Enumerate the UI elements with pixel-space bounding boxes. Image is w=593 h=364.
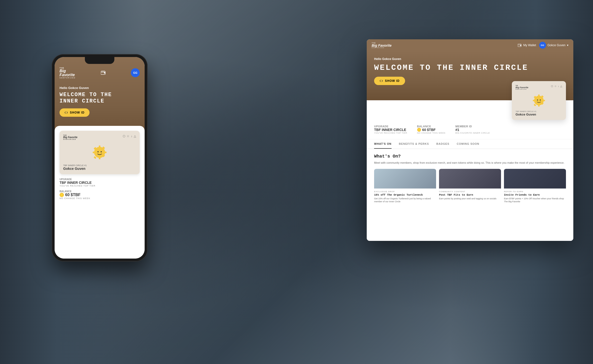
stat-upgrade-sub: YOU'VE REACHED TOP TIER (374, 132, 407, 134)
browser-card-icons: ⬡ ☆ ↓ △ (551, 85, 562, 90)
phone-screen: THE Big Favorite SANFORIZED GG (55, 57, 145, 259)
svg-rect-21 (543, 100, 545, 101)
browser-card-icon-3[interactable]: ↓ (558, 85, 559, 90)
phone-card-tier: TBF INNER CIRCLE #1 (63, 164, 136, 167)
content-card-2-title: Post TBF Fits to Earn (439, 193, 501, 196)
phone-sun-icon (90, 143, 109, 162)
browser-card-name: Gokce Guven (516, 113, 562, 116)
browser-sun-icon (530, 92, 547, 109)
svg-rect-5 (99, 157, 100, 159)
stat-upgrade-value: TBF INNER CIRCLE (374, 128, 407, 132)
tab-coming-soon[interactable]: COMING SOON (457, 139, 479, 149)
content-card-1-body: EXCLUSIVE DROP 15% off The Organic Turtl… (374, 189, 436, 205)
phone-card-icons: ⬡ ☆ ↓ △ (123, 134, 136, 138)
browser-wallet-button[interactable]: My Wallet (518, 44, 536, 47)
svg-rect-24 (534, 104, 536, 106)
phone-show-id-button[interactable]: SHOW ID (60, 108, 90, 117)
content-card-1-title: 15% off The Organic Turtleneck (374, 193, 436, 196)
phone-star-icon: ⭐ (60, 193, 64, 197)
phone-hello: Hello Gokce Guven (60, 86, 140, 90)
stat-member-sub: BIG FAVORITE INNER CIRCLE (455, 132, 490, 134)
phone-wallet-icon[interactable] (99, 69, 107, 77)
phone-hero-text: Hello Gokce Guven WELCOME TO THE INNER C… (55, 81, 145, 105)
phone-balance-label: Balance (60, 190, 140, 193)
phone-card-share-icon[interactable]: ⬡ (123, 134, 125, 138)
browser-card-logo: THE Big Favorite SANFORIZED (516, 85, 528, 90)
phone-mockup: THE Big Favorite SANFORIZED GG (52, 54, 148, 262)
content-cards-grid: EXCLUSIVE DROP 15% off The Organic Turtl… (374, 169, 566, 205)
phone-logo: THE Big Favorite SANFORIZED (60, 67, 76, 79)
browser-user-button[interactable]: GG Gokce Guven ▾ (539, 42, 568, 49)
tabs-row: WHAT'S ON BENEFITS & PERKS BADGES COMING… (367, 139, 573, 149)
stat-member: Member ID #1 BIG FAVORITE INNER CIRCLE (455, 125, 490, 134)
svg-rect-4 (99, 146, 100, 148)
browser-hero: Hello Gokce Guven WELCOME TO THE INNER C… (367, 51, 573, 100)
phone-notch (85, 57, 114, 64)
svg-point-13 (101, 151, 102, 152)
phone-card-star-icon[interactable]: ☆ (127, 134, 129, 138)
browser-card-header: THE Big Favorite SANFORIZED ⬡ ☆ ↓ △ (516, 85, 562, 90)
content-card-2-image (439, 169, 501, 189)
phone-logo-favorite: Favorite (60, 73, 76, 77)
tab-badges[interactable]: BADGES (436, 139, 449, 149)
stat-upgrade: Upgrade TBF INNER CIRCLE YOU'VE REACHED … (374, 125, 407, 134)
browser-show-id-button[interactable]: SHOW ID (374, 77, 405, 85)
tab-whats-on[interactable]: WHAT'S ON (374, 139, 392, 149)
browser-loyalty-card: THE Big Favorite SANFORIZED ⬡ ☆ ↓ △ (512, 81, 566, 120)
phone-card-logo: THE Big Favorite SANFORIZED (63, 134, 77, 140)
content-card-2: COMMUNITY CONTENT Post TBF Fits to Earn … (439, 169, 501, 205)
stat-balance-change: NO CHANGE THIS WEEK (417, 132, 446, 134)
browser-card-icon-2[interactable]: ☆ (554, 85, 557, 90)
stat-balance-value: ⭐ 60 $TBF (417, 128, 446, 132)
stat-balance: Balance ⭐ 60 $TBF NO CHANGE THIS WEEK (417, 125, 446, 134)
content-card-3-image (504, 169, 566, 189)
browser-card-tier: TBF INNER CIRCLE #1 (516, 110, 562, 113)
browser-hello: Hello Gokce Guven (374, 57, 566, 61)
content-card-1-tag: EXCLUSIVE DROP (374, 190, 436, 193)
svg-rect-6 (93, 152, 95, 153)
stat-coin-icon: ⭐ (417, 128, 421, 132)
phone-upgrade-title: TBF INNER CIRCLE (60, 181, 140, 185)
svg-rect-7 (104, 152, 106, 153)
content-card-3: REFER-TO-EARN Invite Friends to Earn Ear… (504, 169, 566, 205)
content-card-2-tag: COMMUNITY CONTENT (439, 190, 501, 193)
browser-nav: THE Big Favorite SANFORIZED My Wallet GG (367, 39, 573, 51)
phone-avatar[interactable]: GG (131, 68, 140, 77)
content-card-1: EXCLUSIVE DROP 15% off The Organic Turtl… (374, 169, 436, 205)
whats-on-description: Meet with community members, shop from e… (374, 161, 566, 165)
browser-content: Upgrade TBF INNER CIRCLE YOU'VE REACHED … (367, 120, 573, 241)
content-card-3-body: REFER-TO-EARN Invite Friends to Earn Ear… (504, 189, 566, 205)
whats-on-section: What's On? Meet with community members, … (367, 149, 573, 210)
stats-row: Upgrade TBF INNER CIRCLE YOU'VE REACHED … (367, 120, 573, 139)
svg-rect-20 (533, 100, 535, 101)
phone-welcome-title: WELCOME TO THE INNER CIRCLE (60, 92, 140, 105)
whats-on-title: What's On? (374, 154, 566, 159)
browser-welcome-title: WELCOME TO THE INNER CIRCLE (374, 63, 566, 72)
content-card-3-desc: Earn $TBF points + 10% Off Voucher when … (504, 197, 566, 203)
browser-card-icon-1[interactable]: ⬡ (551, 85, 553, 90)
content-card-3-title: Invite Friends to Earn (504, 193, 566, 196)
browser-nav-right: My Wallet GG Gokce Guven ▾ (518, 42, 568, 49)
stat-member-label: Member ID (455, 125, 490, 128)
phone-balance-value: ⭐ 60 $TBF (60, 193, 140, 197)
content-card-1-image (374, 169, 436, 189)
phone-card-download-icon[interactable]: ↓ (131, 134, 132, 138)
phone-card-warning-icon[interactable]: △ (134, 134, 136, 138)
content-card-3-tag: REFER-TO-EARN (504, 190, 566, 193)
stat-member-value: #1 (455, 128, 490, 132)
phone-balance-change: NO CHANGE THIS WEEK (60, 197, 140, 200)
tab-benefits[interactable]: BENEFITS & PERKS (399, 139, 429, 149)
phone-card-section: THE Big Favorite SANFORIZED ⬡ ☆ ↓ △ (55, 126, 145, 259)
browser-logo-big: Big Favorite (372, 44, 392, 47)
browser-card-icon-4[interactable]: △ (560, 85, 562, 90)
phone-card-name: Gokce Guven (63, 167, 136, 171)
stat-upgrade-label: Upgrade (374, 125, 407, 128)
content-card-2-desc: Earn points by posting your ootd and tag… (439, 197, 501, 200)
stat-balance-label: Balance (417, 125, 446, 128)
content-card-1-desc: Get 15% off our Organic Turtleneck just … (374, 197, 436, 203)
phone-loyalty-card: THE Big Favorite SANFORIZED ⬡ ☆ ↓ △ (60, 131, 140, 174)
svg-rect-19 (538, 104, 540, 106)
phone-card-header: THE Big Favorite SANFORIZED ⬡ ☆ ↓ △ (63, 134, 136, 140)
phone-balance-section: Balance ⭐ 60 $TBF NO CHANGE THIS WEEK (60, 190, 140, 200)
browser-user-avatar: GG (539, 42, 546, 49)
